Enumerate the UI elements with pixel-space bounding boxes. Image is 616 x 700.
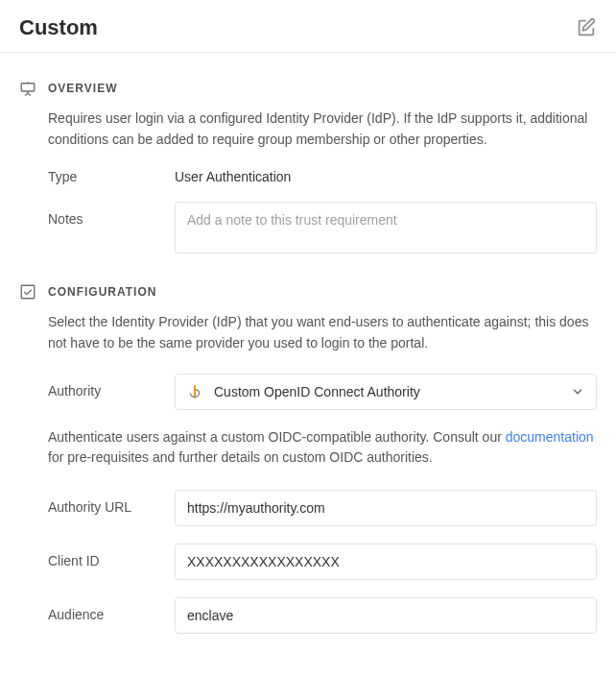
configuration-header: CONFIGURATION xyxy=(19,283,597,301)
authority-note: Authenticate users against a custom OIDC… xyxy=(48,427,597,469)
configuration-section: CONFIGURATION Select the Identity Provid… xyxy=(0,283,616,634)
chevron-down-icon xyxy=(571,385,584,398)
svg-rect-5 xyxy=(21,286,35,300)
overview-description: Requires user login via a configured Ide… xyxy=(48,109,597,150)
authority-note-prefix: Authenticate users against a custom OIDC… xyxy=(48,429,506,445)
client-id-label: Client ID xyxy=(48,543,175,568)
svg-line-3 xyxy=(25,93,28,95)
audience-input[interactable] xyxy=(175,597,597,634)
overview-header: OVERVIEW xyxy=(19,80,597,97)
authority-url-input[interactable] xyxy=(175,490,597,526)
authority-url-label: Authority URL xyxy=(48,490,175,515)
authority-select[interactable]: Custom OpenID Connect Authority xyxy=(175,374,597,410)
edit-icon[interactable] xyxy=(576,17,597,38)
page-title: Custom xyxy=(19,15,98,40)
authority-selected-label: Custom OpenID Connect Authority xyxy=(214,384,559,399)
documentation-link[interactable]: documentation xyxy=(506,429,594,445)
type-value: User Authentication xyxy=(175,169,597,184)
notes-label: Notes xyxy=(48,202,175,227)
presentation-icon xyxy=(19,80,36,97)
type-label: Type xyxy=(48,169,175,184)
authority-label: Authority xyxy=(48,374,175,398)
overview-title: OVERVIEW xyxy=(48,82,117,95)
svg-line-4 xyxy=(28,93,31,95)
overview-section: OVERVIEW Requires user login via a confi… xyxy=(0,80,616,256)
client-id-input[interactable] xyxy=(175,543,597,580)
audience-label: Audience xyxy=(48,597,175,622)
checkbox-icon xyxy=(19,283,36,301)
authority-note-suffix: for pre-requisites and further details o… xyxy=(48,449,433,465)
openid-icon xyxy=(187,384,202,399)
page-header: Custom xyxy=(0,0,616,53)
svg-rect-0 xyxy=(21,84,35,91)
configuration-title: CONFIGURATION xyxy=(48,285,156,299)
configuration-description: Select the Identity Provider (IdP) that … xyxy=(48,312,597,353)
notes-input[interactable] xyxy=(175,202,597,253)
